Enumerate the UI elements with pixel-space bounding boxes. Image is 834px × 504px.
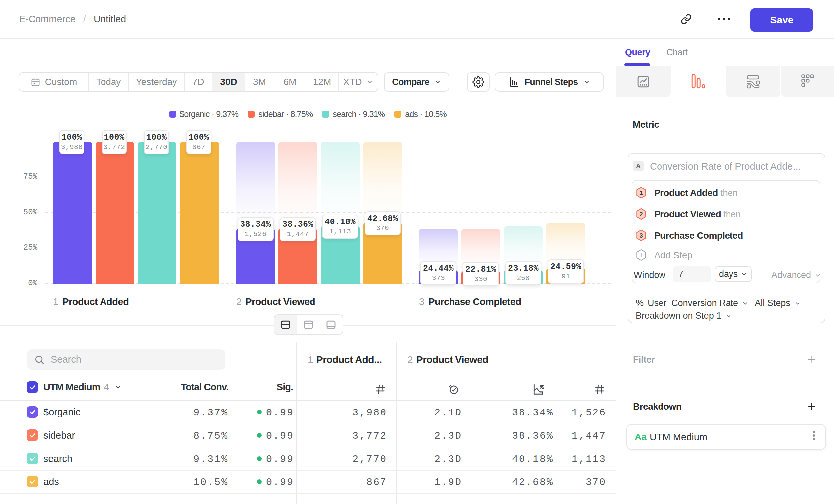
svg-text:1: 1: [639, 190, 642, 196]
svg-text:3: 3: [639, 232, 642, 239]
svg-text:2: 2: [639, 211, 642, 217]
